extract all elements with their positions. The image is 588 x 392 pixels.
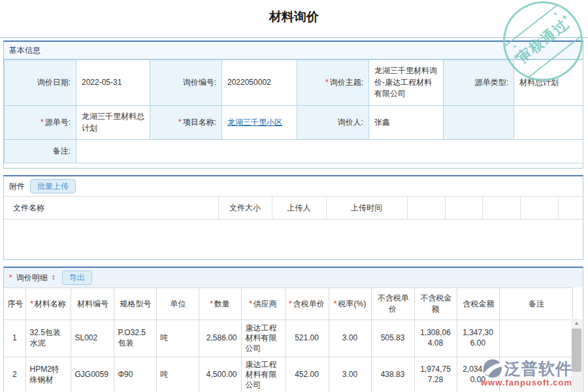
file-table: 文件名称 文件大小 上传人 上传时间 bbox=[4, 196, 583, 220]
col-price-no-tax-header: 不含税单价 bbox=[371, 288, 414, 320]
inquiry-no-value: 2022050002 bbox=[222, 60, 297, 106]
details-title: 询价明细 bbox=[16, 272, 48, 284]
inquiry-no-label: 询价编号: bbox=[150, 60, 222, 106]
cell-price-no-tax: 438.83 bbox=[371, 357, 414, 392]
cell-spec: Φ90 bbox=[114, 357, 156, 392]
empty-label-cell bbox=[444, 106, 514, 140]
cell-unit: 吨 bbox=[156, 357, 199, 392]
table-row: 1 32.5包装水泥 SL002 P.O32.5包装 吨 2,586.00 康达… bbox=[4, 320, 572, 357]
details-required-mark: * bbox=[9, 273, 12, 282]
empty-header bbox=[558, 197, 583, 220]
attachments-section: 附件 批量上传 文件名称 文件大小 上传人 上传时间 bbox=[3, 175, 583, 260]
empty-header bbox=[482, 197, 520, 220]
title-divider bbox=[0, 37, 588, 38]
source-type-label: 源单类型: bbox=[444, 60, 514, 106]
cell-price-tax: 452.00 bbox=[285, 357, 329, 392]
cell-qty: 4,500.00 bbox=[199, 357, 241, 392]
page-title: 材料询价 bbox=[0, 8, 588, 25]
file-size-header: 文件大小 bbox=[218, 197, 272, 220]
details-header: * 询价明细 ▲▼ 导出 bbox=[4, 268, 583, 287]
inquiry-date-label: 询价日期: bbox=[5, 60, 76, 106]
export-button[interactable]: 导出 bbox=[62, 270, 92, 285]
source-type-value: 材料总计划 bbox=[514, 60, 583, 106]
inquiry-date-value: 2022-05-31 bbox=[76, 60, 150, 106]
cell-price-no-tax: 505.83 bbox=[371, 320, 414, 357]
fanpu-watermark: 泛普软件 www.fanpusoft.com bbox=[481, 359, 572, 387]
col-seq-header: 序号 bbox=[4, 288, 25, 320]
attachments-header: 附件 批量上传 bbox=[4, 176, 583, 196]
cell-material-code: SL002 bbox=[71, 320, 114, 357]
cell-spec: P.O32.5包装 bbox=[114, 320, 156, 357]
inquiry-subject-value: 龙湖三千里材料询价-康达工程材料有限公司 bbox=[369, 60, 444, 106]
cell-material-name: HPM2特殊钢材 bbox=[25, 357, 71, 392]
basic-info-table: 询价日期: 2022-05-31 询价编号: 2022050002 *询价主题:… bbox=[4, 59, 583, 163]
cell-price-tax: 521.00 bbox=[285, 320, 329, 357]
fanpu-url: www.fanpusoft.com bbox=[481, 378, 572, 387]
cell-supplier: 康达工程材料有限公司 bbox=[241, 320, 285, 357]
basic-info-header: 基本信息 bbox=[4, 42, 583, 59]
col-spec-header: 规格型号 bbox=[114, 288, 156, 320]
inquiry-subject-label: *询价主题: bbox=[297, 60, 369, 106]
col-unit-header: 单位 bbox=[156, 288, 199, 320]
cell-seq: 1 bbox=[4, 320, 25, 357]
col-tax-rate-header: *税率(%) bbox=[329, 288, 371, 320]
vertical-scrollbar[interactable]: ▲ bbox=[571, 319, 582, 392]
col-price-tax-header: *含税单价 bbox=[285, 288, 329, 320]
scrollbar-up-arrow-icon[interactable]: ▲ bbox=[571, 319, 582, 328]
empty-header bbox=[407, 197, 445, 220]
cell-tax-rate: 3.00 bbox=[329, 357, 371, 392]
project-name-label: *项目名称: bbox=[150, 106, 222, 140]
fanpu-name: 泛普软件 bbox=[504, 360, 572, 377]
empty-header bbox=[445, 197, 482, 220]
batch-upload-button[interactable]: 批量上传 bbox=[30, 179, 76, 193]
details-header-row: 序号 *材料名称 材料编号 规格型号 单位 *数量 *供应商 *含税单价 *税率… bbox=[4, 288, 572, 320]
col-qty-header: *数量 bbox=[199, 288, 241, 320]
project-name-link[interactable]: 龙湖三千里小区 bbox=[227, 118, 282, 127]
project-name-value: 龙湖三千里小区 bbox=[222, 106, 297, 140]
source-no-value: 龙湖三千里材料总计划 bbox=[76, 106, 150, 140]
upload-time-header: 上传时间 bbox=[326, 197, 407, 220]
material-inquiry-page: { "page": { "title": "材料询价" }, "stamp": … bbox=[0, 0, 588, 392]
cell-amount-tax: 1,347,306.00 bbox=[457, 320, 499, 357]
sort-icon[interactable]: ▲▼ bbox=[52, 274, 56, 281]
empty-value-cell bbox=[514, 106, 583, 140]
cell-amount-no-tax: 1,308,064.08 bbox=[414, 320, 457, 357]
cell-supplier: 康达工程材料有限公司 bbox=[241, 357, 285, 392]
col-remark-header: 备注 bbox=[499, 288, 572, 320]
fanpu-logo-icon bbox=[483, 359, 502, 378]
empty-header bbox=[520, 197, 558, 220]
cell-tax-rate: 3.00 bbox=[329, 320, 371, 357]
col-supplier-header: *供应商 bbox=[241, 288, 285, 320]
col-material-code-header: 材料编号 bbox=[71, 288, 114, 320]
cell-material-name: 32.5包装水泥 bbox=[25, 320, 71, 357]
cell-unit: 吨 bbox=[156, 320, 199, 357]
file-name-header: 文件名称 bbox=[4, 197, 218, 220]
attachments-title: 附件 bbox=[9, 181, 25, 192]
col-amount-no-tax-header: 不含税金额 bbox=[414, 288, 457, 320]
remark-label: 备注: bbox=[5, 140, 76, 163]
cell-remark bbox=[499, 320, 572, 357]
cell-seq: 2 bbox=[4, 357, 25, 392]
col-material-name-header: *材料名称 bbox=[25, 288, 71, 320]
source-no-label: *源单号: bbox=[5, 106, 76, 140]
remark-value bbox=[76, 140, 583, 163]
uploader-header: 上传人 bbox=[272, 197, 326, 220]
cell-amount-no-tax: 1,974,757.28 bbox=[414, 357, 457, 392]
scrollbar-thumb[interactable] bbox=[572, 329, 581, 372]
basic-info-title: 基本信息 bbox=[9, 45, 41, 56]
basic-info-section: 基本信息 询价日期: 2022-05-31 询价编号: 2022050002 *… bbox=[3, 41, 583, 169]
inquirer-label: 询价人: bbox=[297, 106, 369, 140]
inquirer-value: 张鑫 bbox=[369, 106, 444, 140]
cell-qty: 2,586.00 bbox=[199, 320, 241, 357]
col-amount-tax-header: 含税金额 bbox=[457, 288, 499, 320]
cell-material-code: GJG0059 bbox=[71, 357, 114, 392]
